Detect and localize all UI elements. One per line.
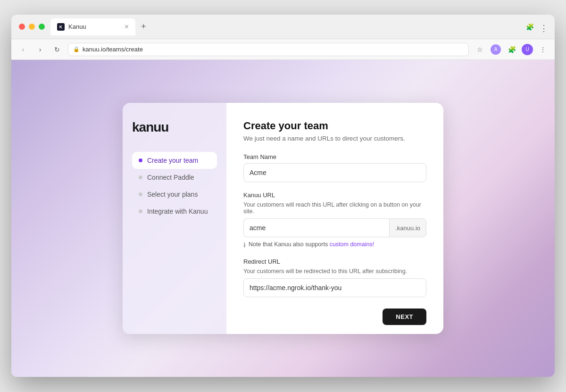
titlebar: K Kanuu × + 🧩 ⋮: [11, 15, 555, 39]
kanuu-url-input[interactable]: [243, 218, 389, 237]
form-subtitle: We just need a name and URLs to direct y…: [243, 135, 426, 142]
step-dot-integrate-kanuu: [139, 209, 142, 213]
redirect-url-description: Your customers will be redirected to thi…: [243, 268, 426, 275]
tab-favicon: K: [57, 23, 65, 31]
user-avatar[interactable]: U: [522, 44, 533, 55]
step-dot-connect-paddle: [139, 175, 142, 179]
tab-title: Kanuu: [68, 23, 121, 30]
step-create-team[interactable]: Create your team: [132, 152, 217, 169]
step-label-connect-paddle: Connect Paddle: [147, 174, 194, 181]
kanuu-url-label: Kanuu URL: [243, 192, 426, 199]
step-label-select-plans: Select your plans: [147, 191, 198, 198]
step-label-integrate-kanuu: Integrate with Kanuu: [147, 208, 208, 215]
custom-domain-link[interactable]: custom domains!: [330, 241, 374, 248]
addressbar: ‹ › ↻ 🔒 kanuu.io/teams/create ☆ A 🧩 U ⋮: [11, 39, 555, 60]
back-button[interactable]: ‹: [17, 43, 29, 56]
redirect-url-group: Redirect URL Your customers will be redi…: [243, 258, 426, 297]
tab-close-button[interactable]: ×: [125, 23, 129, 31]
minimize-button[interactable]: [29, 24, 35, 30]
kanuu-logo: kanuu: [132, 120, 217, 135]
maximize-button[interactable]: [39, 24, 45, 30]
steps-list: Create your team Connect Paddle Select y…: [132, 152, 217, 220]
active-tab[interactable]: K Kanuu ×: [50, 18, 135, 35]
menu-icon[interactable]: ⋮: [540, 23, 547, 31]
more-options[interactable]: ⋮: [537, 43, 549, 56]
right-panel: Create your team We just need a name and…: [226, 103, 443, 334]
custom-domain-text: Note that Kanuu also supports custom dom…: [249, 241, 374, 248]
step-dot-create-team: [139, 158, 142, 162]
kanuu-url-description: Your customers will reach this URL after…: [243, 201, 426, 215]
form-actions: NEXT: [243, 309, 426, 325]
traffic-lights: [19, 24, 45, 30]
lock-icon: 🔒: [73, 46, 80, 52]
team-name-label: Team Name: [243, 153, 426, 160]
team-name-input[interactable]: [243, 163, 426, 182]
window-controls-right: 🧩 ⋮: [524, 21, 547, 33]
url-suffix: .kanuu.io: [389, 218, 426, 237]
team-name-group: Team Name: [243, 153, 426, 182]
step-label-create-team: Create your team: [147, 157, 198, 164]
address-bar[interactable]: 🔒 kanuu.io/teams/create: [68, 43, 469, 56]
left-panel: kanuu Create your team Connect Paddle Se…: [123, 103, 226, 334]
redirect-url-input[interactable]: [243, 278, 426, 297]
redirect-url-label: Redirect URL: [243, 258, 426, 265]
bookmark-icon[interactable]: ☆: [474, 43, 486, 56]
browser-actions: ☆ A 🧩 U ⋮: [474, 43, 549, 56]
profile-avatar-1[interactable]: A: [490, 43, 502, 56]
extensions-btn[interactable]: 🧩: [506, 43, 518, 56]
form-title: Create your team: [243, 120, 426, 132]
setup-card: kanuu Create your team Connect Paddle Se…: [123, 103, 443, 334]
tab-area: K Kanuu × +: [50, 18, 518, 35]
main-content: kanuu Create your team Connect Paddle Se…: [11, 60, 555, 377]
step-dot-select-plans: [139, 192, 142, 196]
address-text: kanuu.io/teams/create: [83, 46, 143, 53]
step-select-plans[interactable]: Select your plans: [132, 186, 217, 203]
browser-window: K Kanuu × + 🧩 ⋮ ‹ › ↻ 🔒 kanuu.io/teams/c…: [11, 15, 555, 377]
kanuu-url-group: Kanuu URL Your customers will reach this…: [243, 192, 426, 249]
next-button[interactable]: NEXT: [383, 309, 426, 325]
url-input-group: .kanuu.io: [243, 218, 426, 237]
new-tab-button[interactable]: +: [139, 20, 148, 33]
step-connect-paddle[interactable]: Connect Paddle: [132, 169, 217, 186]
forward-button[interactable]: ›: [34, 43, 46, 56]
extensions-icon[interactable]: 🧩: [524, 21, 536, 33]
close-button[interactable]: [19, 24, 25, 30]
custom-domain-note: ℹ Note that Kanuu also supports custom d…: [243, 241, 426, 249]
info-icon: ℹ: [243, 242, 246, 249]
reload-button[interactable]: ↻: [51, 43, 63, 56]
step-integrate-kanuu[interactable]: Integrate with Kanuu: [132, 203, 217, 220]
